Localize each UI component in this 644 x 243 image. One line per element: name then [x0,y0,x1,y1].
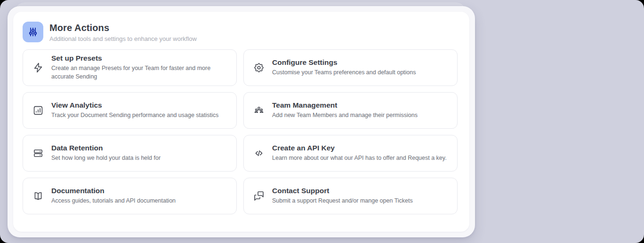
action-description: Access guides, tutorials and API documen… [51,197,176,205]
action-title: Data Retention [51,144,161,153]
action-card-configure-settings[interactable]: Configure Settings Customise your Teams … [243,49,458,86]
action-description: Track your Document Sending performance … [51,111,218,120]
page-title: More Actions [49,23,197,33]
gear-icon [253,62,265,74]
team-icon [253,104,265,117]
action-title: Team Management [272,101,418,110]
action-title: Contact Support [272,187,413,196]
action-card-set-up-presets[interactable]: Set up Presets Create an manage Presets … [23,49,237,86]
action-description: Learn more about our what our API has to… [272,154,447,163]
more-actions-panel: More Actions Additional tools and settin… [13,12,469,232]
action-description: Submit a support Request and/or mange op… [272,197,413,205]
action-description: Create an manage Presets for your Team f… [51,64,228,81]
panel-header: More Actions Additional tools and settin… [13,12,469,42]
lightning-icon [32,62,44,74]
action-description: Add new Team Members and manage their pe… [272,111,418,120]
server-icon [32,147,44,159]
chat-icon [253,190,265,202]
action-title: Documentation [51,187,176,196]
action-description: Set how long we hold your data is held f… [51,154,161,163]
action-card-documentation[interactable]: Documentation Access guides, tutorials a… [23,178,237,214]
action-description: Customise your Teams preferences and def… [272,69,416,77]
actions-grid: Set up Presets Create an manage Presets … [13,42,469,214]
bar-chart-icon [32,104,44,117]
code-icon [253,147,265,159]
action-title: View Analytics [51,101,218,110]
action-title: Create an API Key [272,144,447,153]
page-subtitle: Additional tools and settings to enhance… [49,35,197,42]
action-title: Set up Presets [51,54,228,63]
action-card-contact-support[interactable]: Contact Support Submit a support Request… [243,178,458,214]
app-window: More Actions Additional tools and settin… [0,0,644,243]
action-card-create-an-api-key[interactable]: Create an API Key Learn more about our w… [243,135,458,172]
book-icon [32,190,44,202]
header-text: More Actions Additional tools and settin… [49,22,197,42]
sliders-icon [23,22,43,42]
action-card-data-retention[interactable]: Data Retention Set how long we hold your… [23,135,237,172]
action-title: Configure Settings [272,58,416,67]
action-card-team-management[interactable]: Team Management Add new Team Members and… [243,92,458,129]
action-card-view-analytics[interactable]: View Analytics Track your Document Sendi… [23,92,237,129]
